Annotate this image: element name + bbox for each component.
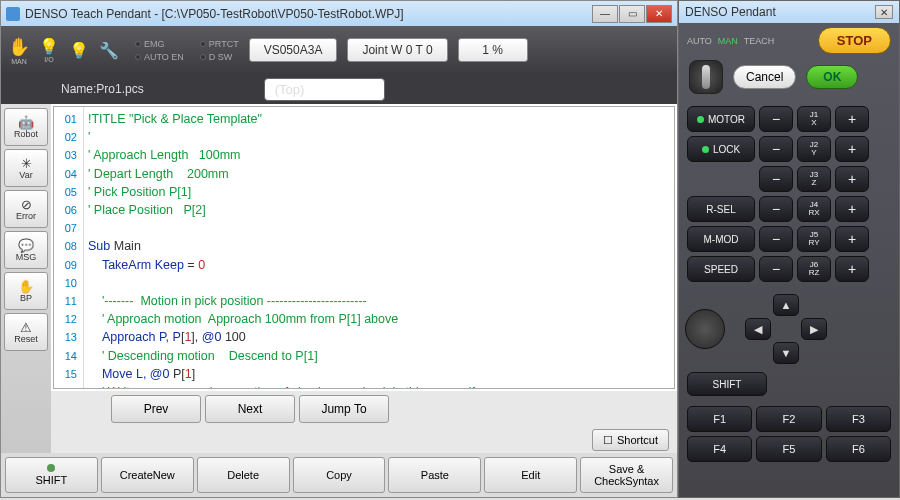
titlebar: DENSO Teach Pendant - [C:\VP050-TestRobo… <box>1 1 677 26</box>
code-text[interactable]: !TITLE "Pick & Place Template" ' ' Appro… <box>84 107 674 388</box>
fkey-f4[interactable]: F4 <box>687 436 752 462</box>
side-tab-bar: 🤖Robot✳Var⊘Error💬MSG✋BP⚠Reset <box>1 104 51 453</box>
pendant-shift-button[interactable]: SHIFT <box>687 372 767 396</box>
io-icon[interactable]: 💡I/O <box>39 37 59 63</box>
ok-button[interactable]: OK <box>806 65 858 89</box>
jump-to-button[interactable]: Jump To <box>299 395 389 423</box>
pendant-motor-button[interactable]: MOTOR <box>687 106 755 132</box>
save-checksyntax-button[interactable]: Save & CheckSyntax <box>580 457 673 493</box>
side-tab-var[interactable]: ✳Var <box>4 149 48 187</box>
dsw-status: D SW <box>200 52 239 62</box>
pendant-lock-button[interactable]: LOCK <box>687 136 755 162</box>
program-name: Name:Pro1.pcs <box>61 82 144 96</box>
title-text: DENSO Teach Pendant - [C:\VP050-TestRobo… <box>25 7 592 21</box>
minimize-button[interactable]: — <box>592 5 618 23</box>
axis-J2-minus[interactable]: − <box>759 136 793 162</box>
axis-J3-minus[interactable]: − <box>759 166 793 192</box>
side-tab-msg[interactable]: 💬MSG <box>4 231 48 269</box>
fkey-f3[interactable]: F3 <box>826 406 891 432</box>
pendant-r-sel-button[interactable]: R-SEL <box>687 196 755 222</box>
mode-dial[interactable] <box>689 60 723 94</box>
app-icon <box>6 7 20 21</box>
prev-button[interactable]: Prev <box>111 395 201 423</box>
bulb2-icon[interactable]: 💡 <box>69 37 89 63</box>
next-button[interactable]: Next <box>205 395 295 423</box>
top-toolbar: ✋MAN 💡I/O 💡 🔧 EMG AUTO EN PRTCT D SW VS0… <box>1 26 677 74</box>
axis-J4-minus[interactable]: − <box>759 196 793 222</box>
axis-J6-plus[interactable]: + <box>835 256 869 282</box>
pendant-panel: DENSO Pendant ✕ AUTO MAN TEACH STOP Canc… <box>678 0 900 498</box>
joint-field[interactable]: Joint W 0 T 0 <box>347 38 447 62</box>
dpad-left[interactable]: ◀ <box>745 318 771 340</box>
dpad: ▲ ◀ ▶ ▼ <box>745 294 827 364</box>
side-tab-reset[interactable]: ⚠Reset <box>4 313 48 351</box>
teach-pendant-window: DENSO Teach Pendant - [C:\VP050-TestRobo… <box>0 0 678 498</box>
speed-field[interactable]: 1 % <box>458 38 528 62</box>
man-mode-icon[interactable]: ✋MAN <box>9 37 29 63</box>
jog-dial[interactable] <box>685 309 725 349</box>
paste-button[interactable]: Paste <box>388 457 481 493</box>
pendant-speed-button[interactable]: SPEED <box>687 256 755 282</box>
axis-J2-label: J2Y <box>797 136 831 162</box>
dpad-down[interactable]: ▼ <box>773 342 799 364</box>
robot-id-field[interactable]: VS050A3A <box>249 38 338 62</box>
prtct-status: PRTCT <box>200 39 239 49</box>
maximize-button[interactable]: ▭ <box>619 5 645 23</box>
axis-J1-minus[interactable]: − <box>759 106 793 132</box>
stop-button[interactable]: STOP <box>818 27 891 54</box>
close-button[interactable]: ✕ <box>646 5 672 23</box>
side-tab-bp[interactable]: ✋BP <box>4 272 48 310</box>
axis-J1-plus[interactable]: + <box>835 106 869 132</box>
edit-button[interactable]: Edit <box>484 457 577 493</box>
axis-J5-label: J5RY <box>797 226 831 252</box>
pendant-m-mod-button[interactable]: M-MOD <box>687 226 755 252</box>
pendant-close-button[interactable]: ✕ <box>875 5 893 19</box>
delete-button[interactable]: Delete <box>197 457 290 493</box>
emg-status: EMG <box>135 39 184 49</box>
axis-J6-label: J6RZ <box>797 256 831 282</box>
line-gutter: 01 02 03 04 05 06 07 08 09 10 11 12 13 1… <box>54 107 84 388</box>
cancel-button[interactable]: Cancel <box>733 65 796 89</box>
axis-J5-plus[interactable]: + <box>835 226 869 252</box>
bottom-toolbar: SHIFT CreateNew Delete Copy Paste Edit S… <box>1 453 677 497</box>
axis-J4-plus[interactable]: + <box>835 196 869 222</box>
createnew-button[interactable]: CreateNew <box>101 457 194 493</box>
wrench-icon[interactable]: 🔧 <box>99 37 119 63</box>
pendant-titlebar: DENSO Pendant ✕ <box>679 1 899 23</box>
fkey-f6[interactable]: F6 <box>826 436 891 462</box>
name-bar: Name:Pro1.pcs (Top) <box>1 74 677 104</box>
side-tab-error[interactable]: ⊘Error <box>4 190 48 228</box>
axis-J5-minus[interactable]: − <box>759 226 793 252</box>
copy-button[interactable]: Copy <box>293 457 386 493</box>
axis-grid: MOTOR − J1X + LOCK − J2Y + − J3Z + R-SEL… <box>679 100 899 288</box>
fkey-grid: F1F2F3F4F5F6 <box>679 402 899 466</box>
mode-labels: AUTO MAN TEACH <box>687 36 774 46</box>
axis-J6-minus[interactable]: − <box>759 256 793 282</box>
dpad-right[interactable]: ▶ <box>801 318 827 340</box>
dpad-up[interactable]: ▲ <box>773 294 799 316</box>
axis-J4-label: J4RX <box>797 196 831 222</box>
shortcut-button[interactable]: ☐ Shortcut <box>592 429 669 451</box>
fkey-f5[interactable]: F5 <box>756 436 821 462</box>
axis-J3-plus[interactable]: + <box>835 166 869 192</box>
shift-button[interactable]: SHIFT <box>5 457 98 493</box>
autoen-status: AUTO EN <box>135 52 184 62</box>
axis-J2-plus[interactable]: + <box>835 136 869 162</box>
axis-J3-label: J3Z <box>797 166 831 192</box>
axis-J1-label: J1X <box>797 106 831 132</box>
code-editor[interactable]: 01 02 03 04 05 06 07 08 09 10 11 12 13 1… <box>53 106 675 389</box>
fkey-f2[interactable]: F2 <box>756 406 821 432</box>
side-tab-robot[interactable]: 🤖Robot <box>4 108 48 146</box>
top-field-input[interactable]: (Top) <box>264 78 386 101</box>
fkey-f1[interactable]: F1 <box>687 406 752 432</box>
